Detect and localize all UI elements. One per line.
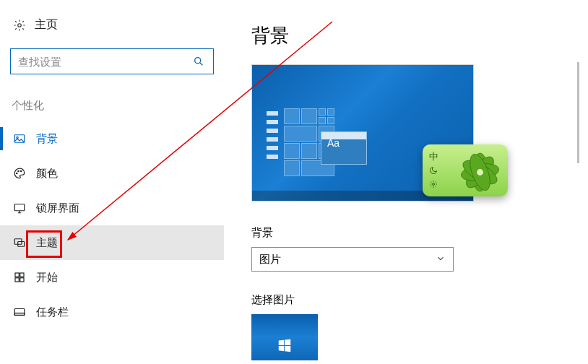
sidebar-item-taskbar[interactable]: 任务栏	[0, 295, 224, 329]
search-field[interactable]	[10, 48, 214, 74]
search-input[interactable]	[17, 55, 190, 69]
svg-point-0	[18, 23, 22, 27]
gear-icon	[13, 19, 26, 32]
svg-rect-11	[15, 273, 19, 277]
svg-point-23	[477, 169, 483, 176]
palette-icon	[13, 167, 26, 180]
svg-rect-13	[15, 278, 19, 282]
background-select-value: 图片	[259, 253, 281, 266]
svg-point-1	[195, 58, 201, 64]
settings-window: 主页 个性化 背景	[0, 0, 588, 364]
svg-rect-14	[20, 278, 24, 282]
picture-thumbnail[interactable]	[251, 314, 318, 360]
svg-line-2	[200, 63, 202, 65]
gear-icon[interactable]	[429, 180, 438, 191]
svg-point-6	[18, 170, 20, 172]
flower-art	[444, 144, 508, 196]
sidebar-item-label: 背景	[36, 132, 58, 146]
chevron-down-icon	[436, 254, 446, 266]
ime-mode-char: 中	[429, 150, 438, 163]
choose-picture-label: 选择图片	[251, 293, 574, 307]
moon-icon	[429, 166, 438, 177]
sidebar-item-label: 锁屏界面	[36, 202, 79, 215]
ime-widget[interactable]: 中	[423, 144, 508, 196]
sidebar-item-background[interactable]: 背景	[0, 121, 224, 156]
sidebar-item-themes[interactable]: 主题	[0, 225, 224, 260]
theme-icon	[13, 236, 26, 249]
sidebar-item-label: 开始	[36, 271, 58, 285]
search-icon[interactable]	[190, 53, 207, 70]
picture-icon	[13, 132, 26, 145]
background-select[interactable]: 图片	[251, 247, 454, 272]
sidebar-item-lockscreen[interactable]: 锁屏界面	[0, 191, 224, 225]
sidebar-item-label: 颜色	[36, 167, 58, 181]
svg-rect-16	[14, 313, 25, 316]
sidebar-item-start[interactable]: 开始	[0, 260, 224, 295]
sidebar-item-label: 任务栏	[36, 306, 69, 319]
sidebar-item-colors[interactable]: 颜色	[0, 156, 224, 191]
taskbar-icon	[13, 306, 26, 318]
desktop-preview: Aa 中	[251, 64, 474, 202]
section-label: 个性化	[10, 99, 214, 113]
page-title: 背景	[251, 23, 574, 48]
scrollbar[interactable]	[577, 62, 579, 163]
home-row[interactable]: 主页	[10, 12, 214, 38]
windows-logo-icon	[277, 337, 293, 356]
svg-point-17	[433, 183, 435, 186]
background-field-label: 背景	[251, 226, 574, 240]
monitor-icon	[13, 202, 26, 214]
nav: 背景 颜色 锁屏界面	[0, 121, 224, 329]
svg-point-7	[21, 170, 22, 172]
sidebar: 主页 个性化 背景	[0, 0, 224, 364]
preview-sample-text: Aa	[327, 137, 340, 149]
main-panel: 背景 Aa 中	[251, 0, 588, 364]
svg-rect-12	[20, 273, 24, 277]
home-label: 主页	[35, 17, 58, 32]
start-icon	[13, 271, 26, 284]
sidebar-item-label: 主题	[36, 236, 58, 250]
svg-point-5	[17, 173, 18, 174]
svg-rect-8	[14, 204, 25, 211]
